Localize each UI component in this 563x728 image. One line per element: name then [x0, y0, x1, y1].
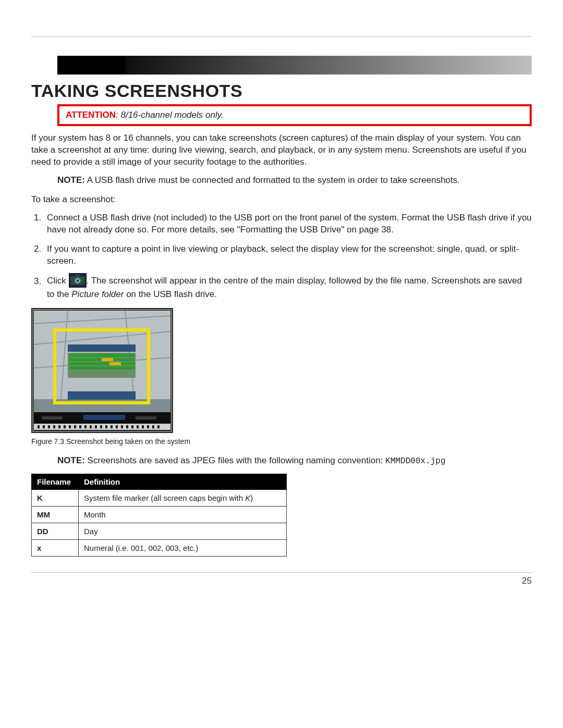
to-take-heading: To take a screenshot: — [31, 194, 532, 206]
document-page: TAKING SCREENSHOTS ATTENTION: 8/16-chann… — [0, 0, 563, 607]
table-row: x Numeral (i.e. 001, 002, 003, etc.) — [32, 539, 287, 556]
table-header-row: Filename Definition — [32, 474, 287, 489]
table-row: K System file marker (all screen caps be… — [32, 489, 287, 506]
page-title: TAKING SCREENSHOTS — [31, 81, 532, 101]
note-text: A USB flash drive must be connected and … — [85, 175, 460, 185]
page-number: 25 — [522, 576, 532, 586]
svg-point-4 — [76, 280, 78, 282]
svg-rect-27 — [79, 425, 81, 428]
svg-rect-34 — [116, 425, 118, 428]
svg-rect-22 — [53, 425, 55, 428]
svg-rect-37 — [131, 425, 133, 428]
svg-rect-40 — [147, 425, 149, 428]
screenshot-figure — [31, 308, 532, 435]
screenshot-image — [31, 308, 173, 433]
step-item: If you want to capture a point in live v… — [44, 243, 532, 267]
svg-rect-30 — [95, 425, 97, 428]
svg-rect-2 — [75, 275, 80, 277]
filename-convention-code: KMMDD00x.jpg — [385, 456, 445, 466]
svg-rect-21 — [48, 425, 50, 428]
step-item: Connect a USB flash drive (not included)… — [44, 212, 532, 236]
svg-rect-48 — [69, 362, 134, 365]
intro-paragraph: If your system has 8 or 16 channels, you… — [31, 132, 532, 168]
camera-icon — [69, 273, 87, 288]
cell-definition: System file marker (all screen caps begi… — [79, 489, 287, 506]
page-footer: 25 — [31, 572, 532, 586]
col-filename: Filename — [32, 474, 79, 489]
svg-rect-49 — [69, 366, 134, 369]
note2-text: Screenshots are saved as JPEG files with… — [85, 455, 385, 465]
svg-rect-36 — [126, 425, 128, 428]
cell-definition: Numeral (i.e. 001, 002, 003, etc.) — [79, 539, 287, 556]
svg-rect-25 — [69, 425, 71, 428]
svg-rect-28 — [84, 425, 87, 428]
svg-rect-46 — [69, 354, 134, 357]
step-item: Click . The screenshot will appear in th… — [44, 274, 532, 301]
steps-list: Connect a USB flash drive (not included)… — [31, 212, 532, 301]
svg-rect-32 — [105, 425, 107, 428]
svg-rect-16 — [42, 416, 63, 419]
svg-rect-31 — [100, 425, 102, 428]
step3-tail: on the USB flash drive. — [124, 289, 217, 299]
note-block-2: NOTE: Screenshots are saved as JPEG file… — [57, 455, 532, 467]
svg-rect-38 — [137, 425, 139, 428]
svg-rect-26 — [74, 425, 76, 428]
table-row: DD Day — [32, 523, 287, 539]
svg-rect-50 — [102, 358, 113, 361]
svg-rect-52 — [68, 391, 136, 400]
svg-rect-35 — [121, 425, 123, 428]
cell-definition: Month — [79, 506, 287, 523]
svg-rect-51 — [109, 362, 121, 365]
filename-table: Filename Definition K System file marker… — [31, 474, 287, 557]
cell-definition: Day — [79, 523, 287, 539]
svg-rect-15 — [83, 415, 125, 420]
picture-folder-text: Picture folder — [71, 289, 124, 299]
step3-pre: Click — [47, 276, 69, 286]
cell-filename: x — [32, 539, 79, 556]
cell-filename: DD — [32, 523, 79, 539]
attention-text: : 8/16-channel models only. — [116, 110, 224, 120]
svg-rect-24 — [64, 425, 66, 428]
figure-caption: Figure 7.3 Screenshot being taken on the… — [31, 437, 532, 446]
attention-callout: ATTENTION: 8/16-channel models only. — [57, 104, 532, 126]
svg-rect-17 — [136, 416, 156, 419]
attention-label: ATTENTION — [66, 110, 116, 120]
cell-filename: K — [32, 489, 79, 506]
note2-label: NOTE: — [57, 455, 85, 465]
svg-rect-19 — [38, 425, 40, 428]
svg-rect-41 — [152, 425, 154, 428]
table-row: MM Month — [32, 506, 287, 523]
svg-rect-39 — [142, 425, 144, 428]
svg-rect-29 — [90, 425, 92, 428]
svg-rect-42 — [157, 425, 160, 428]
top-divider — [31, 36, 532, 37]
svg-rect-23 — [58, 425, 60, 428]
col-definition: Definition — [79, 474, 287, 489]
svg-rect-20 — [43, 425, 45, 428]
note-label: NOTE: — [57, 175, 85, 185]
svg-rect-44 — [68, 344, 136, 352]
cell-filename: MM — [32, 506, 79, 523]
svg-rect-33 — [111, 425, 113, 428]
note-block: NOTE: A USB flash drive must be connecte… — [57, 175, 532, 187]
section-header-bar — [57, 56, 532, 75]
